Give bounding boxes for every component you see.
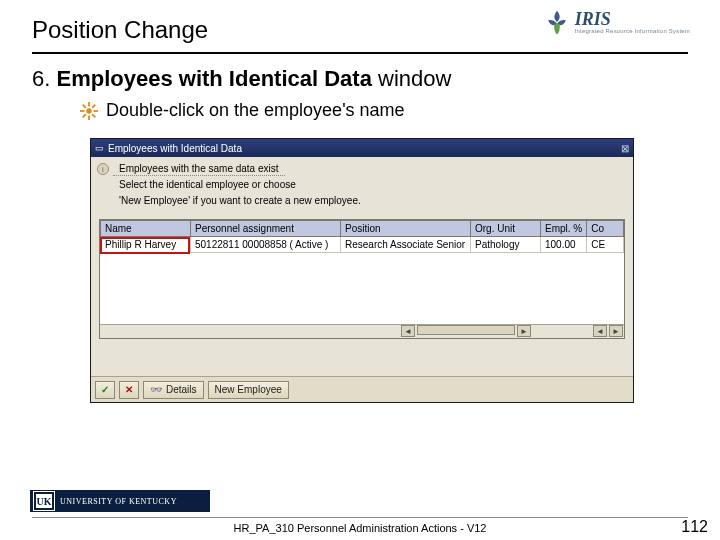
page-number: 112 bbox=[681, 518, 708, 536]
x-icon: ✕ bbox=[125, 384, 133, 395]
document-icon: ▭ bbox=[95, 143, 104, 153]
table-header-row: Name Personnel assignment Position Org. … bbox=[101, 221, 624, 237]
svg-point-0 bbox=[86, 108, 91, 113]
cell-pct: 100.00 bbox=[541, 237, 587, 253]
iris-flower-icon bbox=[543, 8, 571, 36]
uk-badge: UK UNIVERSITY OF KENTUCKY bbox=[30, 490, 210, 512]
horizontal-scrollbar[interactable]: ◄ ► ◄ ► bbox=[100, 324, 624, 338]
footer-rule bbox=[32, 517, 688, 518]
step-number: 6. bbox=[32, 66, 50, 91]
svg-line-8 bbox=[83, 114, 86, 117]
cell-assignment: 50122811 00008858 ( Active ) bbox=[191, 237, 341, 253]
info-line-3: 'New Employee' if you want to create a n… bbox=[113, 194, 367, 208]
col-empl-pct[interactable]: Empl. % bbox=[541, 221, 587, 237]
sub-bullet: Double-click on the employee's name bbox=[80, 100, 405, 121]
sap-toolbar: ✓ ✕ 👓 Details New Employee bbox=[91, 376, 633, 402]
iris-logo-tagline: Integrated Resource Information System bbox=[575, 28, 690, 34]
scroll-left-icon[interactable]: ◄ bbox=[401, 325, 415, 337]
table-row[interactable]: Phillip R Harvey 50122811 00008858 ( Act… bbox=[101, 237, 624, 253]
ok-button[interactable]: ✓ bbox=[95, 381, 115, 399]
scroll-right-icon[interactable]: ► bbox=[517, 325, 531, 337]
col-name[interactable]: Name bbox=[101, 221, 191, 237]
col-assignment[interactable]: Personnel assignment bbox=[191, 221, 341, 237]
scroll-thumb[interactable] bbox=[417, 325, 515, 335]
step-window-name: Employees with Identical Data bbox=[56, 66, 371, 91]
glasses-icon: 👓 bbox=[150, 384, 162, 395]
col-orgunit[interactable]: Org. Unit bbox=[471, 221, 541, 237]
col-position[interactable]: Position bbox=[341, 221, 471, 237]
sub-bullet-text: Double-click on the employee's name bbox=[106, 100, 405, 121]
new-employee-label: New Employee bbox=[215, 384, 282, 395]
cancel-button[interactable]: ✕ bbox=[119, 381, 139, 399]
employees-table: Name Personnel assignment Position Org. … bbox=[99, 219, 625, 339]
iris-logo: IRIS Integrated Resource Information Sys… bbox=[543, 8, 690, 36]
uk-monogram-icon: UK bbox=[34, 492, 54, 510]
slide-title: Position Change bbox=[32, 16, 208, 44]
footer-center-text: HR_PA_310 Personnel Administration Actio… bbox=[0, 522, 720, 534]
svg-line-5 bbox=[83, 104, 86, 107]
title-rule bbox=[32, 52, 688, 54]
sap-titlebar: ▭ Employees with Identical Data ⊠ bbox=[91, 139, 633, 157]
cell-orgunit: Pathology bbox=[471, 237, 541, 253]
col-co[interactable]: Co bbox=[587, 221, 624, 237]
sap-window-title: Employees with Identical Data bbox=[108, 143, 242, 154]
svg-line-6 bbox=[92, 114, 95, 117]
cell-co: CE bbox=[587, 237, 624, 253]
iris-logo-text: IRIS bbox=[575, 10, 690, 28]
info-line-1: Employees with the same data exist bbox=[113, 162, 285, 176]
sap-window: ▭ Employees with Identical Data ⊠ i Empl… bbox=[90, 138, 634, 403]
details-button[interactable]: 👓 Details bbox=[143, 381, 204, 399]
scroll-right2-icon[interactable]: ► bbox=[609, 325, 623, 337]
info-line-2: Select the identical employee or choose bbox=[113, 178, 302, 192]
step-heading: 6. Employees with Identical Data window bbox=[32, 66, 451, 92]
sunburst-icon bbox=[80, 102, 98, 120]
info-icon: i bbox=[97, 163, 109, 175]
cell-position: Research Associate Senior bbox=[341, 237, 471, 253]
uk-label: UNIVERSITY OF KENTUCKY bbox=[60, 497, 177, 506]
check-icon: ✓ bbox=[101, 384, 109, 395]
cell-name[interactable]: Phillip R Harvey bbox=[101, 237, 191, 253]
new-employee-button[interactable]: New Employee bbox=[208, 381, 289, 399]
close-icon[interactable]: ⊠ bbox=[621, 143, 629, 154]
scroll-left2-icon[interactable]: ◄ bbox=[593, 325, 607, 337]
svg-line-7 bbox=[92, 104, 95, 107]
step-suffix: window bbox=[372, 66, 451, 91]
details-label: Details bbox=[166, 384, 197, 395]
